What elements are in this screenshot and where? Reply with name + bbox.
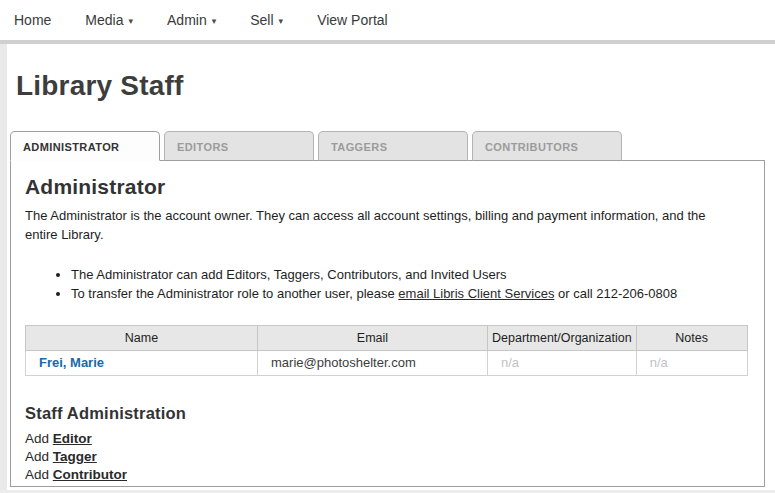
caret-down-icon: ▾ (212, 16, 217, 26)
panel-bullet-list: The Administrator can add Editors, Tagge… (25, 267, 764, 301)
caret-down-icon: ▾ (129, 16, 134, 26)
nav-admin-label: Admin (167, 12, 207, 28)
add-editor-prefix: Add (25, 431, 53, 446)
cell-email: marie@photoshelter.com (258, 350, 488, 375)
cell-notes: n/a (636, 350, 747, 375)
add-contributor-line: Add Contributor (25, 467, 764, 482)
staff-admin-heading: Staff Administration (25, 404, 764, 423)
column-header-department: Department/Organization (488, 325, 637, 350)
caret-down-icon: ▾ (279, 16, 284, 26)
left-edge-strip (0, 44, 7, 493)
cell-department: n/a (488, 350, 637, 375)
main-content: Library Staff ADMINISTRATOR EDITORS TAGG… (0, 72, 775, 487)
nav-item-sell[interactable]: Sell▾ (250, 12, 283, 28)
panel-description: The Administrator is the account owner. … (25, 207, 731, 245)
cell-name: Frei, Marie (26, 350, 258, 375)
nav-item-media[interactable]: Media▾ (85, 12, 133, 28)
nav-view-portal-label: View Portal (317, 12, 388, 28)
tab-contributors[interactable]: CONTRIBUTORS (472, 131, 622, 161)
panel-heading: Administrator (25, 175, 764, 199)
nav-item-view-portal[interactable]: View Portal (317, 12, 388, 28)
nav-sell-label: Sell (250, 12, 273, 28)
nav-home-label: Home (14, 12, 51, 28)
column-header-email: Email (258, 325, 488, 350)
bullet-transfer-post: or call 212-206-0808 (554, 286, 677, 301)
add-tagger-prefix: Add (25, 449, 53, 464)
staff-email: marie@photoshelter.com (271, 355, 416, 370)
column-header-name: Name (26, 325, 258, 350)
email-client-services-link[interactable]: email Libris Client Services (398, 286, 554, 301)
nav-item-home[interactable]: Home (14, 12, 51, 28)
add-contributor-link[interactable]: Contributor (53, 467, 127, 482)
page-title: Library Staff (16, 72, 775, 100)
bullet-add-roles: The Administrator can add Editors, Tagge… (71, 267, 764, 282)
tab-taggers[interactable]: TAGGERS (318, 131, 468, 161)
staff-department: n/a (501, 355, 519, 370)
administrator-panel: Administrator The Administrator is the a… (10, 160, 765, 487)
add-contributor-prefix: Add (25, 467, 53, 482)
column-header-notes: Notes (636, 325, 747, 350)
add-editor-line: Add Editor (25, 431, 764, 446)
tab-editors[interactable]: EDITORS (164, 131, 314, 161)
nav-media-label: Media (85, 12, 123, 28)
bullet-transfer-pre: To transfer the Administrator role to an… (71, 286, 398, 301)
staff-name-link[interactable]: Frei, Marie (39, 355, 104, 370)
tab-bar: ADMINISTRATOR EDITORS TAGGERS CONTRIBUTO… (10, 131, 775, 160)
nav-divider (0, 40, 775, 44)
table-row: Frei, Marie marie@photoshelter.com n/a n… (26, 350, 748, 375)
staff-table: Name Email Department/Organization Notes… (25, 325, 748, 376)
add-editor-link[interactable]: Editor (53, 431, 92, 446)
tab-administrator[interactable]: ADMINISTRATOR (10, 131, 160, 161)
bullet-transfer-role: To transfer the Administrator role to an… (71, 286, 764, 301)
table-header-row: Name Email Department/Organization Notes (26, 325, 748, 350)
nav-item-admin[interactable]: Admin▾ (167, 12, 216, 28)
add-tagger-line: Add Tagger (25, 449, 764, 464)
staff-notes: n/a (650, 355, 668, 370)
top-navigation: Home Media▾ Admin▾ Sell▾ View Portal (0, 0, 775, 40)
add-tagger-link[interactable]: Tagger (53, 449, 97, 464)
bullet-add-roles-text: The Administrator can add Editors, Tagge… (71, 267, 506, 282)
